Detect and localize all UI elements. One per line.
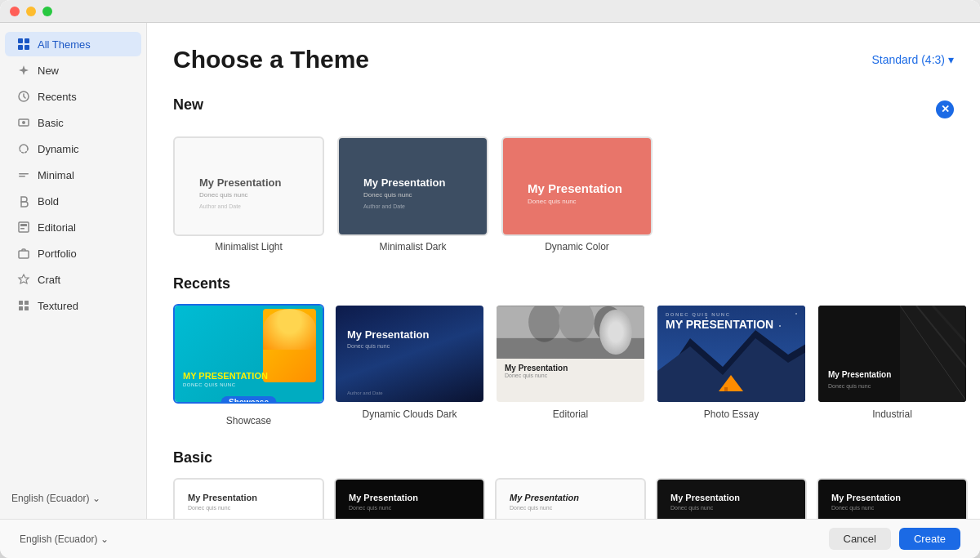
language-button[interactable]: English (Ecuador) ⌄ [20, 533, 109, 545]
basic-section-title: Basic [173, 449, 954, 466]
recents-section-title: Recents [173, 275, 954, 292]
clouds-sub: Donec quis nunc [347, 343, 390, 349]
theme-author-min-dark: Author and Date [352, 199, 416, 209]
content-header: Choose a Theme Standard (4:3) ▾ [173, 46, 954, 74]
theme-card-minimalist-dark[interactable]: My Presentation Donec quis nunc Author a… [337, 136, 488, 252]
recent-card-photo-essay[interactable]: DONEC QUIS NUNC MY PRESENTATION Photo Es… [656, 304, 807, 426]
svg-rect-11 [20, 228, 24, 230]
sidebar-item-editorial[interactable]: Editorial [5, 215, 141, 239]
sidebar-label-minimal: Minimal [38, 169, 74, 181]
basic-title-white2: My Presentation [510, 493, 631, 502]
sidebar-label-new: New [38, 65, 59, 77]
sidebar-label-bold: Bold [38, 195, 59, 208]
sidebar-item-minimal[interactable]: Minimal [5, 163, 141, 187]
content-area: Choose a Theme Standard (4:3) ▾ New ✕ [147, 23, 980, 519]
theme-card-basic-dark2[interactable]: My Presentation Donec quis nunc [656, 478, 807, 519]
clouds-author: Author and Date [347, 391, 383, 395]
craft-icon [16, 272, 31, 287]
theme-card-dynamic-color[interactable]: My Presentation Donec quis nunc Dynamic … [501, 136, 653, 252]
theme-card-minimalist-light[interactable]: My Presentation Donec quis nunc Author a… [173, 136, 324, 252]
maximize-button[interactable] [42, 7, 52, 16]
close-button[interactable] [10, 7, 20, 16]
recent-name-industrial: Industrial [872, 408, 912, 420]
svg-rect-12 [19, 251, 29, 258]
basic-subtitle-white2: Donec quis nunc [510, 505, 631, 511]
sidebar-item-portfolio[interactable]: Portfolio [5, 241, 141, 266]
sidebar-item-craft[interactable]: Craft [5, 267, 141, 292]
theme-name-minimalist-light: Minimalist Light [215, 241, 283, 252]
new-section-header: New ✕ [173, 93, 954, 125]
sidebar-label-textured: Textured [38, 300, 78, 312]
photo-essay-label: DONEC QUIS NUNC MY PRESENTATION [666, 312, 773, 331]
theme-name-dynamic-color: Dynamic Color [545, 241, 609, 252]
theme-title-min-dark: My Presentation [352, 176, 474, 190]
sparkle-icon [16, 63, 31, 78]
recent-thumbnail-industrial: My Presentation Donec quis nunc [817, 304, 968, 404]
cancel-button[interactable]: Cancel [829, 528, 891, 550]
recent-thumbnail-editorial: My Presentation Donec quis nunc [495, 304, 646, 404]
recent-name-showcase: Showcase [226, 415, 271, 426]
main-layout: All Themes New Recents [0, 23, 980, 519]
sidebar-label-all-themes: All Themes [38, 38, 91, 51]
showcase-text-area: My Presentation Donec Quis Nunc [183, 372, 268, 387]
footer: English (Ecuador) ⌄ Cancel Create [0, 519, 980, 558]
recent-card-dynamic-clouds[interactable]: My Presentation Donec quis nunc Author a… [334, 304, 485, 426]
recent-card-editorial[interactable]: My Presentation Donec quis nunc Editoria… [495, 304, 646, 426]
theme-thumbnail-minimalist-dark: My Presentation Donec quis nunc Author a… [337, 136, 488, 236]
showcase-person-graphic [263, 309, 316, 382]
svg-point-29 [779, 325, 781, 327]
sidebar-item-recents[interactable]: Recents [5, 84, 141, 109]
sidebar-item-textured[interactable]: Textured [5, 293, 141, 318]
theme-card-basic-white2[interactable]: My Presentation Donec quis nunc [495, 478, 646, 519]
theme-card-basic-white[interactable]: My Presentation Donec quis nunc [173, 478, 324, 519]
theme-thumbnail-basic-dark2: My Presentation Donec quis nunc [656, 478, 807, 519]
svg-rect-16 [24, 306, 29, 310]
recents-themes-grid: My Presentation Donec Quis Nunc Showcase… [173, 304, 954, 426]
recent-card-showcase[interactable]: My Presentation Donec Quis Nunc Showcase… [173, 304, 324, 426]
svg-rect-10 [20, 224, 27, 226]
textured-icon [16, 298, 31, 313]
thumb-content-dyn-color: My Presentation Donec quis nunc [503, 168, 651, 205]
basic-subtitle-white: Donec quis nunc [188, 505, 310, 511]
sidebar-label-portfolio: Portfolio [38, 248, 77, 260]
svg-point-30 [795, 313, 797, 315]
theme-subtitle-dyn-color: Donec quis nunc [516, 196, 638, 205]
svg-rect-26 [724, 387, 728, 391]
recent-name-dynamic-clouds: Dynamic Clouds Dark [362, 408, 457, 420]
recent-thumbnail-showcase: My Presentation Donec Quis Nunc Showcase [173, 304, 324, 404]
recent-thumbnail-photo-essay: DONEC QUIS NUNC MY PRESENTATION [656, 304, 807, 404]
theme-author-min-light: Author and Date [188, 199, 252, 209]
minimize-button[interactable] [26, 7, 36, 16]
aspect-ratio-button[interactable]: Standard (4:3) ▾ [872, 53, 955, 66]
svg-rect-13 [19, 301, 23, 305]
sidebar-label-recents: Recents [38, 91, 77, 103]
create-button[interactable]: Create [899, 528, 960, 550]
close-new-section-button[interactable]: ✕ [936, 100, 954, 118]
theme-thumbnail-dynamic-color: My Presentation Donec quis nunc [501, 136, 653, 236]
editorial-photo-graphic [497, 306, 644, 359]
sidebar-item-dynamic[interactable]: Dynamic [5, 136, 141, 161]
showcase-slide-sub: Donec Quis Nunc [183, 382, 268, 387]
basic-title-white: My Presentation [188, 493, 310, 502]
page-title: Choose a Theme [173, 46, 369, 74]
content-wrapper: Choose a Theme Standard (4:3) ▾ New ✕ [147, 23, 980, 519]
sidebar-item-basic[interactable]: Basic [5, 110, 141, 135]
editorial-text-area: My Presentation Donec quis nunc [497, 359, 644, 383]
recent-card-industrial[interactable]: My Presentation Donec quis nunc Industri… [817, 304, 968, 426]
sidebar-item-all-themes[interactable]: All Themes [5, 32, 141, 56]
sidebar-item-bold[interactable]: Bold [5, 189, 141, 213]
chevron-down-icon: ▾ [948, 53, 954, 66]
bold-icon [16, 194, 31, 208]
theme-card-basic-dark3[interactable]: My Presentation Donec quis nunc [817, 478, 968, 519]
dynamic-icon [16, 141, 31, 156]
language-selector[interactable]: English (Ecuador) ⌄ [0, 486, 146, 511]
basic-title-dark3: My Presentation [831, 493, 953, 502]
sidebar: All Themes New Recents [0, 23, 147, 519]
footer-language-label: English (Ecuador) [20, 533, 97, 545]
theme-thumbnail-basic-black: My Presentation Donec quis nunc [334, 478, 485, 519]
portfolio-icon [16, 246, 31, 261]
theme-card-basic-black[interactable]: My Presentation Donec quis nunc [334, 478, 485, 519]
sidebar-item-new[interactable]: New [5, 58, 141, 83]
sidebar-label-editorial: Editorial [38, 221, 76, 234]
industrial-slide-sub: Donec quis nunc [828, 383, 871, 389]
